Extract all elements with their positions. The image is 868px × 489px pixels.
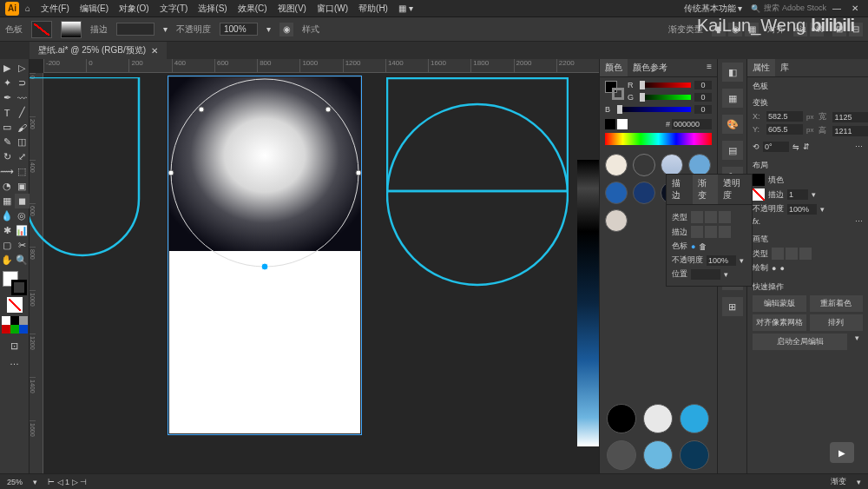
swatch-item[interactable] (680, 404, 709, 433)
flip-v-icon[interactable]: ⇵ (803, 142, 810, 151)
swatches-icon[interactable]: ▤ (722, 141, 743, 160)
recolor-button[interactable]: 重新着色 (810, 295, 864, 312)
shaper-tool[interactable]: ✎ (0, 135, 15, 149)
eyedropper-tool[interactable]: 💧 (0, 208, 15, 223)
opacity-input[interactable] (220, 23, 258, 36)
menu-select[interactable]: 选择(S) (194, 1, 231, 17)
selected-circle[interactable] (165, 73, 365, 290)
play-icon[interactable]: ▶ (830, 442, 854, 463)
global-edit-button[interactable]: 启动全局编辑 (753, 334, 847, 350)
tab-stroke[interactable]: 描边 (667, 175, 693, 204)
recolor-icon[interactable]: ◉ (279, 23, 293, 36)
menu-view[interactable]: 视图(V) (273, 1, 311, 17)
graphic-styles-icon[interactable]: ⊞ (722, 297, 743, 316)
zoom-tool[interactable]: 🔍 (15, 253, 30, 268)
slice-tool[interactable]: ✂ (15, 238, 30, 253)
align-line-icon[interactable]: ○ 线 (810, 23, 824, 36)
grad-type-linear-icon[interactable] (691, 211, 703, 223)
free-transform-tool[interactable]: ⬚ (15, 164, 30, 179)
curvature-tool[interactable]: 〰 (15, 90, 30, 105)
document-tab[interactable]: 壁纸.ai* @ 25% (RGB/预览) ✕ (30, 42, 167, 59)
eraser-tool[interactable]: ◫ (15, 135, 30, 149)
pen-tool[interactable]: ✒ (0, 90, 15, 105)
shapebuilder-tool[interactable]: ◔ (0, 179, 15, 194)
fill-swatch[interactable] (31, 21, 52, 38)
swatch-item[interactable] (605, 154, 628, 176)
grad-type-free-icon[interactable] (719, 211, 731, 223)
edit-mode-icon[interactable]: … (7, 354, 22, 368)
trash-icon[interactable]: 🗑 (699, 242, 707, 251)
home-icon[interactable]: ⌂ (21, 2, 35, 16)
swatch-item[interactable] (607, 440, 636, 470)
menu-effect[interactable]: 效果(C) (233, 1, 272, 17)
tab-color-guide[interactable]: 颜色参考 (628, 59, 673, 76)
y-input[interactable] (766, 124, 803, 135)
grad-type-radial-icon[interactable] (705, 211, 717, 223)
brush-tool[interactable]: 🖌 (15, 120, 30, 135)
lasso-tool[interactable]: ⊃ (15, 76, 30, 90)
flip-h-icon[interactable]: ⇋ (792, 142, 799, 151)
none-swatch-icon[interactable] (7, 297, 23, 313)
swatch-item[interactable] (643, 404, 673, 433)
hand-tool[interactable]: ✋ (0, 253, 15, 268)
gradient-tool[interactable]: ◼ (15, 194, 30, 208)
line-tool[interactable]: ╱ (15, 105, 30, 120)
rotate-tool[interactable]: ↻ (0, 149, 15, 164)
hex-input[interactable] (672, 119, 712, 129)
rectangle-tool[interactable]: ▭ (0, 120, 15, 135)
align-v-icon[interactable]: ⊟ (849, 23, 863, 36)
menu-edit[interactable]: 编辑(E) (76, 1, 113, 17)
arrange-button[interactable]: 排列 (810, 314, 864, 331)
perspective-tool[interactable]: ▣ (15, 179, 30, 194)
menu-type[interactable]: 文字(T) (155, 1, 193, 17)
screen-mode-swatches[interactable] (2, 316, 28, 334)
more-icon[interactable]: ▦ ▾ (394, 2, 418, 15)
magic-wand-tool[interactable]: ✦ (0, 76, 15, 90)
graph-tool[interactable]: 📊 (15, 223, 30, 238)
selection-tool[interactable]: ▶ (0, 61, 15, 76)
h-input[interactable] (832, 126, 868, 136)
grad-linear-icon[interactable]: ▮ (712, 23, 726, 36)
menu-help[interactable]: 帮助(H) (354, 1, 392, 17)
align-pixel-button[interactable]: 对齐像素网格 (753, 314, 806, 331)
artboard-tool[interactable]: ▢ (0, 238, 15, 253)
color-icon[interactable]: 🎨 (722, 115, 743, 134)
swatch-item[interactable] (605, 182, 628, 204)
swatch-item[interactable] (633, 154, 655, 176)
swatch-item[interactable] (633, 182, 655, 204)
screen-mode-icon[interactable]: ⊡ (7, 339, 22, 354)
menu-object[interactable]: 对象(O) (115, 1, 153, 17)
scale-tool[interactable]: ⤢ (15, 149, 30, 164)
grad-radial-icon[interactable]: ◉ (728, 23, 742, 36)
fill-stroke-indicator[interactable] (3, 271, 27, 295)
panel-menu-icon[interactable]: ≡ (701, 59, 717, 76)
zoom-display[interactable]: 25% (7, 478, 23, 486)
menu-window[interactable]: 窗口(W) (312, 1, 352, 17)
search-field[interactable]: 🔍 搜索 Adobe Stock (751, 3, 826, 14)
gradient-swatch[interactable] (61, 21, 82, 38)
properties-icon[interactable]: ◧ (722, 63, 743, 82)
align-point-icon[interactable]: ○ 边 (793, 23, 807, 36)
spectrum-bar[interactable] (605, 133, 712, 145)
tab-properties[interactable]: 属性 (747, 59, 775, 76)
align-h-icon[interactable]: ⊞ (832, 23, 846, 36)
tab-gradient[interactable]: 渐变 (693, 175, 719, 204)
w-input[interactable] (832, 112, 868, 122)
tab-color[interactable]: 颜色 (600, 59, 628, 76)
symbol-tool[interactable]: ✱ (0, 223, 15, 238)
direct-select-tool[interactable]: ▷ (15, 61, 30, 76)
swatch-item[interactable] (607, 404, 636, 433)
tab-transparency[interactable]: 透明度 (718, 175, 752, 204)
x-input[interactable] (766, 111, 803, 122)
type-tool[interactable]: T (0, 105, 15, 120)
width-tool[interactable]: ⟿ (0, 164, 15, 179)
close-icon[interactable]: ✕ (847, 2, 863, 15)
workspace-selector[interactable]: 传统基本功能 ▾ (684, 3, 743, 15)
blend-tool[interactable]: ◎ (15, 208, 30, 223)
canvas[interactable]: -200020040060080010001200140016001800200… (30, 59, 599, 473)
edit-mask-button[interactable]: 编辑蒙版 (753, 295, 806, 312)
swatch-item[interactable] (605, 209, 628, 232)
mesh-tool[interactable]: ▦ (0, 194, 15, 208)
stroke-weight-input[interactable] (116, 23, 155, 36)
minimize-icon[interactable]: — (828, 2, 845, 15)
